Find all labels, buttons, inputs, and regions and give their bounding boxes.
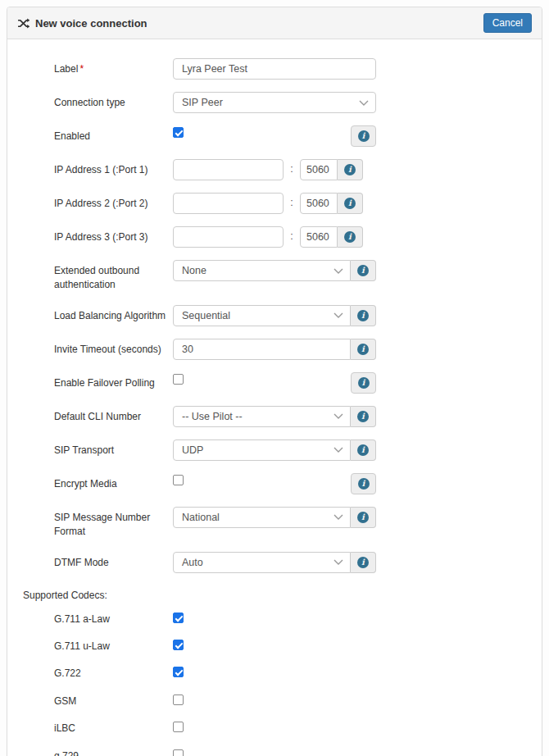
field-label: Connection type xyxy=(54,92,173,110)
ip-address-2-input[interactable] xyxy=(173,193,284,214)
failover-polling-checkbox[interactable] xyxy=(173,374,184,385)
form-row-failover-polling: Enable Failover Polling i xyxy=(54,372,542,394)
form-row-default-cli: Default CLI Number -- Use Pilot -- i xyxy=(54,406,542,427)
field-label: SIP Message Number Format xyxy=(54,507,173,540)
chevron-down-icon xyxy=(333,268,343,274)
cancel-button[interactable]: Cancel xyxy=(483,13,532,33)
info-icon: i xyxy=(357,444,369,456)
info-button[interactable]: i xyxy=(338,193,363,214)
info-icon: i xyxy=(357,344,369,355)
form-row-label: Label* xyxy=(54,58,542,80)
label-input[interactable] xyxy=(173,58,376,80)
encrypt-media-checkbox[interactable] xyxy=(173,475,184,485)
chevron-down-icon xyxy=(359,100,369,106)
field-label: Enabled xyxy=(54,125,173,143)
default-cli-select[interactable]: -- Use Pilot -- xyxy=(173,406,351,427)
enabled-checkbox[interactable] xyxy=(173,127,184,138)
panel-header: New voice connection Cancel xyxy=(7,7,542,39)
info-icon: i xyxy=(358,478,370,490)
info-icon: i xyxy=(357,310,369,321)
info-button[interactable]: i xyxy=(351,439,376,461)
g729-checkbox[interactable] xyxy=(173,749,184,756)
page-title: New voice connection xyxy=(35,17,147,30)
info-icon: i xyxy=(357,512,369,523)
info-button[interactable]: i xyxy=(351,125,376,147)
extended-outbound-auth-select[interactable]: None xyxy=(173,260,351,281)
codec-label: G.711 a-Law xyxy=(54,611,173,626)
port-separator: : xyxy=(284,193,300,208)
chevron-down-icon xyxy=(333,447,343,453)
info-button[interactable]: i xyxy=(338,159,363,180)
field-label: Invite Timeout (seconds) xyxy=(54,339,173,357)
g711-ulaw-checkbox[interactable] xyxy=(173,640,184,650)
info-button[interactable]: i xyxy=(351,339,376,360)
required-marker: * xyxy=(79,63,84,75)
field-label: Encrypt Media xyxy=(54,473,173,491)
form-row-ip1: IP Address 1 (:Port 1) : i xyxy=(54,159,542,180)
field-label: IP Address 2 (:Port 2) xyxy=(54,193,173,211)
form-row-load-balancing: Load Balancing Algorithm Sequential i xyxy=(54,305,542,326)
form-row-enabled: Enabled i xyxy=(54,125,542,147)
sip-transport-select[interactable]: UDP xyxy=(173,439,351,461)
form-row-sip-number-format: SIP Message Number Format National i xyxy=(54,507,542,540)
codec-label: g.729 xyxy=(54,748,173,756)
field-label: IP Address 1 (:Port 1) xyxy=(54,159,173,177)
codec-row-g729: g.729 xyxy=(54,748,542,756)
info-button[interactable]: i xyxy=(351,473,376,494)
page: New voice connection Cancel Label* Conne… xyxy=(0,0,549,756)
info-button[interactable]: i xyxy=(351,260,376,281)
field-label: Enable Failover Polling xyxy=(54,372,173,390)
form-row-sip-transport: SIP Transport UDP i xyxy=(54,439,542,461)
info-button[interactable]: i xyxy=(351,552,376,573)
form-row-ext-auth: Extended outbound authentication None i xyxy=(54,260,542,293)
codec-label: G.711 u-Law xyxy=(54,638,173,654)
g711-alaw-checkbox[interactable] xyxy=(173,613,184,623)
new-voice-connection-panel: New voice connection Cancel Label* Conne… xyxy=(7,7,542,756)
info-icon: i xyxy=(344,231,356,243)
field-label: Default CLI Number xyxy=(54,406,173,424)
sip-number-format-select[interactable]: National xyxy=(173,507,351,528)
form-body: Label* Connection type SIP Peer xyxy=(7,39,542,756)
form-row-dtmf-mode: DTMF Mode Auto i xyxy=(54,552,542,573)
ip-address-1-input[interactable] xyxy=(173,159,284,180)
info-icon: i xyxy=(358,377,370,389)
info-button[interactable]: i xyxy=(338,226,363,248)
codec-row-g711-ulaw: G.711 u-Law xyxy=(54,638,542,654)
field-label: IP Address 3 (:Port 3) xyxy=(54,226,173,244)
info-icon: i xyxy=(357,411,369,422)
field-label: Label* xyxy=(54,58,173,76)
form-row-ip3: IP Address 3 (:Port 3) : i xyxy=(54,226,542,248)
chevron-down-icon xyxy=(333,413,343,419)
codec-row-gsm: GSM xyxy=(54,693,542,708)
load-balancing-select[interactable]: Sequential xyxy=(173,305,351,326)
connection-type-select[interactable]: SIP Peer xyxy=(173,92,376,113)
info-icon: i xyxy=(344,198,356,209)
codec-label: G.722 xyxy=(54,665,173,681)
port-1-input[interactable] xyxy=(300,159,338,180)
field-label: SIP Transport xyxy=(54,439,173,458)
info-icon: i xyxy=(344,164,356,175)
chevron-down-icon xyxy=(333,559,343,565)
gsm-checkbox[interactable] xyxy=(173,695,184,705)
info-button[interactable]: i xyxy=(351,372,376,394)
chevron-down-icon xyxy=(333,514,343,520)
port-2-input[interactable] xyxy=(300,193,338,214)
g722-checkbox[interactable] xyxy=(173,667,184,677)
invite-timeout-input[interactable] xyxy=(173,339,351,360)
supported-codecs-heading: Supported Codecs: xyxy=(23,590,542,601)
port-separator: : xyxy=(284,159,300,175)
shuffle-icon xyxy=(17,18,29,29)
panel-title: New voice connection xyxy=(17,17,147,30)
ilbc-checkbox[interactable] xyxy=(173,722,184,732)
codec-row-g722: G.722 xyxy=(54,665,542,681)
codec-row-g711-alaw: G.711 a-Law xyxy=(54,611,542,626)
info-button[interactable]: i xyxy=(351,305,376,326)
info-button[interactable]: i xyxy=(351,406,376,427)
info-icon: i xyxy=(358,130,370,142)
field-label: DTMF Mode xyxy=(54,552,173,570)
ip-address-3-input[interactable] xyxy=(173,226,284,248)
port-3-input[interactable] xyxy=(300,226,338,248)
info-button[interactable]: i xyxy=(351,507,376,528)
dtmf-mode-select[interactable]: Auto xyxy=(173,552,351,573)
form-row-encrypt-media: Encrypt Media i xyxy=(54,473,542,494)
